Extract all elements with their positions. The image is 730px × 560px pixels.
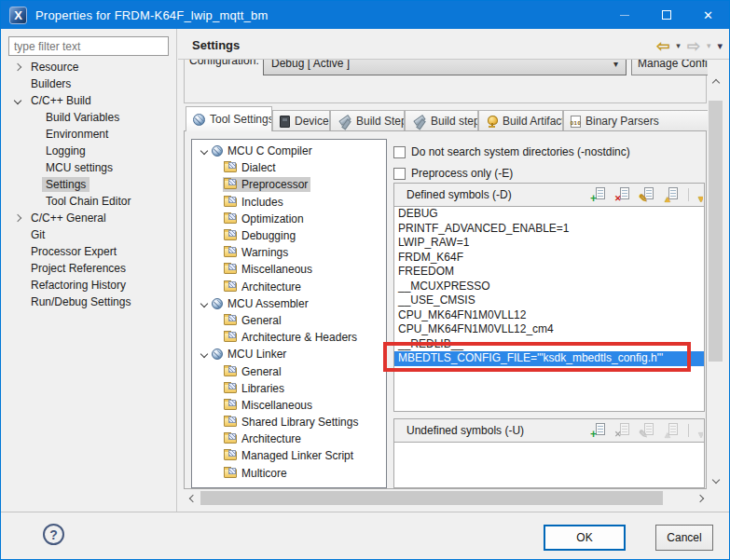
tool-tree-label: General: [241, 314, 282, 327]
configuration-combo[interactable]: Debug [ Active ] ▾: [263, 60, 627, 75]
tool-tree-item-multicore[interactable]: Multicore: [192, 465, 386, 482]
cancel-button[interactable]: Cancel: [655, 525, 713, 551]
defined-symbol-row[interactable]: LWIP_RAW=1: [394, 236, 704, 251]
defined-symbol-row[interactable]: FREEDOM: [394, 265, 704, 280]
add-symbol-icon[interactable]: +: [591, 423, 607, 438]
scroll-down-arrow[interactable]: [708, 473, 723, 489]
view-menu-caret-icon[interactable]: ▾: [717, 41, 723, 51]
move-down-icon-clipped[interactable]: ▼: [697, 187, 703, 202]
history-nav: ⇦ ▾ ⇨ ▾ ▾: [656, 38, 723, 54]
tab-devices[interactable]: Devices: [272, 110, 330, 131]
tool-tree-item-arch-headers[interactable]: Architecture & Headers: [192, 329, 386, 346]
help-button[interactable]: ?: [43, 524, 64, 545]
sidebar-item-resource[interactable]: Resource: [8, 59, 174, 75]
defined-symbols-list[interactable]: DEBUG PRINTF_ADVANCED_ENABLE=1 LWIP_RAW=…: [394, 207, 704, 411]
tab-binary-parsers[interactable]: 010 Binary Parsers: [563, 110, 708, 131]
horizontal-scroll-thumb[interactable]: [200, 491, 663, 505]
chevron-down-icon[interactable]: [14, 97, 21, 104]
close-button[interactable]: ✕: [687, 1, 729, 29]
cancel-label: Cancel: [667, 531, 701, 544]
scroll-right-arrow[interactable]: [694, 490, 709, 506]
ok-button[interactable]: OK: [544, 525, 626, 551]
defined-symbol-row[interactable]: CPU_MK64FN1M0VLL12: [394, 308, 704, 323]
back-arrow-icon[interactable]: ⇦: [656, 38, 669, 54]
forward-menu-caret-icon[interactable]: ▾: [707, 42, 711, 50]
sidebar-item-build-variables[interactable]: Build Variables: [8, 109, 174, 126]
tab-tool-settings[interactable]: Tool Settings: [186, 106, 272, 131]
configuration-label: Configuration:: [189, 60, 259, 69]
checkbox-icon[interactable]: [393, 146, 406, 158]
tool-tree-item-includes[interactable]: Includes: [192, 194, 386, 211]
filter-input[interactable]: [8, 36, 169, 56]
sidebar-item-label: Tool Chain Editor: [42, 194, 134, 209]
tool-tree-item-warnings[interactable]: Warnings: [192, 244, 386, 261]
scroll-up-arrow[interactable]: [708, 74, 723, 89]
tool-tree-item-shared-library-settings[interactable]: Shared Library Settings: [192, 414, 386, 430]
tab-label: Tool Settings: [210, 113, 272, 126]
vertical-scroll-thumb[interactable]: [709, 101, 723, 362]
tool-tree-item-asm-general[interactable]: General: [192, 312, 386, 329]
tool-tree-item-linker-general[interactable]: General: [192, 362, 386, 379]
tool-tree-item-linker-misc[interactable]: Miscellaneous: [192, 397, 386, 414]
tab-build-steps-2[interactable]: Build steps: [405, 110, 478, 131]
option-preprocess-only[interactable]: Preprocess only (-E): [393, 167, 513, 180]
defined-symbol-row[interactable]: __USE_CMSIS: [394, 294, 704, 308]
chevron-down-icon[interactable]: [200, 300, 208, 307]
sidebar-item-cpp-general[interactable]: C/C++ General: [8, 210, 174, 226]
tab-build-steps[interactable]: Build Steps: [330, 110, 405, 131]
sidebar-item-settings[interactable]: Settings: [8, 176, 174, 193]
maximize-button[interactable]: [645, 1, 687, 29]
checkbox-icon[interactable]: [393, 168, 406, 180]
edit-symbol-icon[interactable]: ✎: [640, 187, 655, 202]
settings-horizontal-scrollbar[interactable]: [184, 490, 709, 506]
move-up-icon[interactable]: ▲: [664, 187, 680, 202]
chevron-down-icon[interactable]: [200, 350, 208, 358]
chevron-right-icon[interactable]: [14, 63, 21, 71]
defined-symbol-row-selected[interactable]: MBEDTLS_CONFIG_FILE='"ksdk_mbedtls_confi…: [394, 351, 704, 366]
sidebar-item-cpp-build[interactable]: C/C++ Build: [8, 92, 174, 109]
tab-build-artifact[interactable]: Build Artifact: [478, 110, 563, 131]
sidebar-item-run-debug-settings[interactable]: Run/Debug Settings: [8, 294, 174, 310]
manage-configurations-button[interactable]: Manage Configuratio: [631, 60, 708, 75]
option-nostdinc[interactable]: Do not search system directories (-nostd…: [393, 145, 630, 158]
sidebar-item-mcu-settings[interactable]: MCU settings: [8, 159, 174, 176]
tool-tree-item-mcu-linker[interactable]: MCU Linker: [192, 346, 386, 362]
forward-arrow-icon[interactable]: ⇨: [687, 38, 700, 54]
sidebar-item-project-references[interactable]: Project References: [8, 260, 174, 277]
sidebar-item-git[interactable]: Git: [8, 226, 174, 243]
chevron-down-icon[interactable]: [200, 147, 208, 155]
tool-tree-item-miscellaneous[interactable]: Miscellaneous: [192, 261, 386, 278]
sidebar-item-processor-expert[interactable]: Processor Expert: [8, 243, 174, 260]
tool-tree-item-architecture[interactable]: Architecture: [192, 279, 386, 295]
tool-tree-item-linker-architecture[interactable]: Architecture: [192, 430, 386, 447]
sidebar-item-builders[interactable]: Builders: [8, 75, 174, 92]
tool-tree-item-optimization[interactable]: Optimization: [192, 211, 386, 227]
defined-symbol-row[interactable]: CPU_MK64FN1M0VLL12_cm4: [394, 322, 704, 337]
tool-tree-item-mcu-assembler[interactable]: MCU Assembler: [192, 295, 386, 312]
defined-symbol-row[interactable]: PRINTF_ADVANCED_ENABLE=1: [394, 222, 704, 237]
tool-tree-item-mcu-c-compiler[interactable]: MCU C Compiler: [192, 143, 386, 159]
sidebar-item-refactoring-history[interactable]: Refactoring History: [8, 277, 174, 294]
minimize-button[interactable]: [603, 1, 645, 29]
sidebar-item-environment[interactable]: Environment: [8, 126, 174, 143]
tool-tree-item-dialect[interactable]: Dialect: [192, 159, 386, 176]
defined-symbol-row[interactable]: __REDLIB__: [394, 337, 704, 352]
defined-symbol-row[interactable]: __MCUXPRESSO: [394, 280, 704, 294]
document-glyph: [596, 187, 605, 199]
settings-vertical-scrollbar[interactable]: [708, 60, 723, 489]
sidebar-item-label: Resource: [27, 60, 82, 75]
delete-symbol-icon[interactable]: ✕: [615, 187, 631, 202]
undefined-symbols-list[interactable]: [394, 443, 704, 487]
defined-symbol-row[interactable]: FRDM_K64F: [394, 251, 704, 266]
sidebar-item-logging[interactable]: Logging: [8, 143, 174, 159]
add-symbol-icon[interactable]: +: [591, 187, 607, 202]
tool-tree-item-managed-linker-script[interactable]: Managed Linker Script: [192, 447, 386, 464]
scroll-left-arrow[interactable]: [184, 490, 200, 506]
sidebar-item-tool-chain-editor[interactable]: Tool Chain Editor: [8, 193, 174, 210]
tool-tree-item-debugging[interactable]: Debugging: [192, 227, 386, 244]
chevron-right-icon[interactable]: [14, 214, 21, 222]
tool-tree-item-preprocessor[interactable]: Preprocessor: [192, 176, 386, 193]
defined-symbol-row[interactable]: DEBUG: [394, 207, 704, 222]
back-menu-caret-icon[interactable]: ▾: [676, 42, 681, 50]
tool-tree-item-libraries[interactable]: Libraries: [192, 380, 386, 397]
